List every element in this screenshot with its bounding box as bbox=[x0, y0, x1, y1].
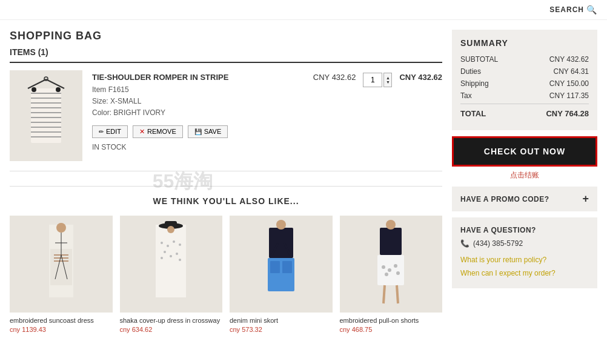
svg-point-21 bbox=[56, 223, 66, 233]
svg-point-14 bbox=[32, 87, 36, 92]
item-name: TIE-SHOULDER ROMPER IN STRIPE bbox=[92, 73, 304, 82]
item-price-area: CNY 432.62 ▲ ▼ CNY 432.62 bbox=[313, 70, 442, 87]
rec-image-4 bbox=[340, 216, 443, 313]
total-label: TOTAL bbox=[460, 109, 486, 118]
unit-price: CNY 432.62 bbox=[313, 73, 356, 82]
rec-price-2: cny 634.62 bbox=[120, 326, 223, 333]
save-icon: 💾 bbox=[194, 128, 202, 135]
svg-line-54 bbox=[397, 285, 398, 303]
svg-point-34 bbox=[170, 255, 172, 257]
subtotal-label: SUBTOTAL bbox=[460, 55, 498, 64]
main-container: SHOPPING BAG ITEMS (1) bbox=[0, 20, 607, 343]
shipping-label: Shipping bbox=[460, 79, 489, 88]
remove-button[interactable]: ✕ REMOVE bbox=[133, 125, 183, 138]
rec-price-1: cny 1139.43 bbox=[10, 326, 113, 333]
search-area[interactable]: SEARCH 🔍 bbox=[549, 5, 597, 15]
phone-icon: 📞 bbox=[460, 239, 469, 248]
question-box: HAVE A QUESTION? 📞 (434) 385-5792 What i… bbox=[452, 217, 597, 288]
rec-item-3[interactable]: denim mini skort cny 573.32 bbox=[230, 216, 333, 333]
rec-name-3: denim mini skort bbox=[230, 316, 333, 325]
item-total-price: CNY 432.62 bbox=[399, 73, 442, 82]
subtotal-row: SUBTOTAL CNY 432.62 bbox=[460, 55, 589, 64]
item-details: TIE-SHOULDER ROMPER IN STRIPE Item F1615… bbox=[92, 70, 304, 151]
svg-point-30 bbox=[179, 243, 181, 246]
rec-price-3: cny 573.32 bbox=[230, 326, 333, 333]
stock-status: IN STOCK bbox=[92, 143, 304, 151]
shipping-value: CNY 150.00 bbox=[549, 79, 589, 88]
promo-label: HAVE A PROMO CODE? bbox=[460, 195, 549, 204]
svg-point-32 bbox=[176, 253, 178, 255]
question-links: What is your return policy? When can I e… bbox=[460, 254, 589, 280]
svg-point-55 bbox=[386, 220, 396, 230]
recommendations: WE THINK YOU'LL ALSO LIKE... bbox=[10, 186, 442, 333]
return-policy-link[interactable]: What is your return policy? bbox=[460, 254, 589, 267]
svg-point-52 bbox=[396, 271, 400, 275]
summary-title: SUMMARY bbox=[460, 38, 589, 48]
rec-image-3 bbox=[230, 216, 333, 313]
svg-line-53 bbox=[383, 285, 385, 303]
rec-item-4[interactable]: embroidered pull-on shorts cny 468.75 bbox=[340, 216, 443, 333]
svg-point-27 bbox=[161, 242, 163, 244]
qty-selector: ▲ ▼ bbox=[363, 73, 392, 87]
phone-row: 📞 (434) 385-5792 bbox=[460, 239, 589, 248]
rec-item-1[interactable]: embroidered suncoast dress cny 1139.43 bbox=[10, 216, 113, 333]
search-icon[interactable]: 🔍 bbox=[586, 5, 597, 15]
svg-point-28 bbox=[167, 245, 169, 247]
svg-rect-41 bbox=[270, 261, 280, 273]
rec-item-2[interactable]: shaka cover-up dress in crossway cny 634… bbox=[120, 216, 223, 333]
subtotal-value: CNY 432.62 bbox=[549, 55, 589, 64]
rec-name-4: embroidered pull-on shorts bbox=[340, 316, 443, 325]
expect-order-link[interactable]: When can I expect my order? bbox=[460, 267, 589, 280]
rec-title: WE THINK YOU'LL ALSO LIKE... bbox=[10, 196, 442, 206]
item-image bbox=[10, 70, 82, 161]
item-number: Item F1615 bbox=[92, 84, 304, 96]
svg-point-33 bbox=[161, 257, 163, 259]
right-panel: SUMMARY SUBTOTAL CNY 432.62 Duties CNY 6… bbox=[452, 30, 597, 333]
promo-box[interactable]: HAVE A PROMO CODE? + bbox=[452, 187, 597, 211]
tax-label: Tax bbox=[460, 91, 472, 100]
quantity-input[interactable] bbox=[363, 73, 382, 87]
svg-rect-3 bbox=[31, 88, 61, 143]
svg-point-50 bbox=[394, 264, 397, 268]
item-size: Size: X-SMALL bbox=[92, 96, 304, 107]
rec-image-2 bbox=[120, 216, 223, 313]
edit-button[interactable]: ✏ EDIT bbox=[92, 125, 128, 138]
promo-plus-icon: + bbox=[582, 193, 589, 205]
svg-point-49 bbox=[388, 268, 391, 272]
svg-rect-26 bbox=[156, 225, 186, 297]
search-label: SEARCH bbox=[549, 5, 584, 14]
rec-name-2: shaka cover-up dress in crossway bbox=[120, 316, 223, 325]
svg-point-35 bbox=[179, 259, 181, 261]
checkout-button[interactable]: CHECK OUT NOW bbox=[452, 136, 597, 167]
rec-name-1: embroidered suncoast dress bbox=[10, 316, 113, 325]
svg-rect-42 bbox=[282, 261, 292, 273]
duties-label: Duties bbox=[460, 67, 481, 76]
tax-row: Tax CNY 117.35 bbox=[460, 91, 589, 100]
page-title: SHOPPING BAG bbox=[10, 30, 442, 42]
svg-point-43 bbox=[276, 220, 286, 230]
rec-image-1 bbox=[10, 216, 113, 313]
qty-arrow[interactable]: ▲ ▼ bbox=[383, 73, 392, 87]
remove-icon: ✕ bbox=[139, 128, 145, 136]
phone-number: (434) 385-5792 bbox=[473, 239, 523, 248]
svg-rect-46 bbox=[380, 228, 402, 255]
svg-point-31 bbox=[164, 251, 166, 253]
edit-icon: ✏ bbox=[99, 128, 104, 135]
rec-price-4: cny 468.75 bbox=[340, 326, 443, 333]
duties-value: CNY 64.31 bbox=[554, 67, 589, 76]
svg-line-1 bbox=[46, 79, 64, 88]
save-button[interactable]: 💾 SAVE bbox=[188, 125, 228, 138]
svg-point-48 bbox=[382, 265, 385, 269]
total-value: CNY 764.28 bbox=[546, 109, 589, 118]
question-title: HAVE A QUESTION? bbox=[460, 226, 589, 234]
shipping-row: Shipping CNY 150.00 bbox=[460, 79, 589, 88]
svg-point-29 bbox=[173, 240, 175, 243]
cart-item: TIE-SHOULDER ROMPER IN STRIPE Item F1615… bbox=[10, 70, 442, 171]
duties-row: Duties CNY 64.31 bbox=[460, 67, 589, 76]
summary-box: SUMMARY SUBTOTAL CNY 432.62 Duties CNY 6… bbox=[452, 30, 597, 130]
svg-point-15 bbox=[56, 87, 61, 92]
chinese-checkout-text: 点击结账 bbox=[452, 170, 597, 180]
item-meta: Item F1615 Size: X-SMALL Color: BRIGHT I… bbox=[92, 84, 304, 119]
svg-point-38 bbox=[167, 226, 174, 233]
items-header: ITEMS (1) bbox=[10, 47, 442, 63]
